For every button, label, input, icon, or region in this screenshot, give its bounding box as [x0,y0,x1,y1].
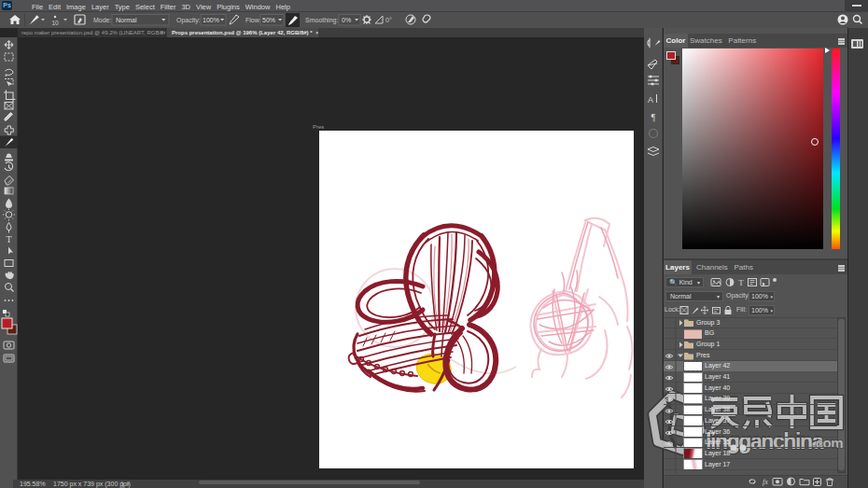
svg-text:Smoothing:: Smoothing: [305,17,338,24]
svg-text:Normal: Normal [116,17,137,23]
svg-text:50%: 50% [262,17,275,23]
svg-text:Flow:: Flow: [245,17,261,23]
svg-text:T: T [6,234,11,244]
svg-text:0%: 0% [342,17,351,23]
svg-text:fx: fx [763,478,768,486]
svg-text:0°: 0° [385,17,392,23]
svg-text:T: T [738,278,744,287]
svg-text:10: 10 [51,20,59,26]
svg-text:100%: 100% [203,17,219,23]
svg-text:Opacity:: Opacity: [176,17,201,24]
svg-text:¶: ¶ [651,113,656,122]
svg-text:Mode:: Mode: [93,17,112,23]
svg-text:A: A [648,95,653,105]
